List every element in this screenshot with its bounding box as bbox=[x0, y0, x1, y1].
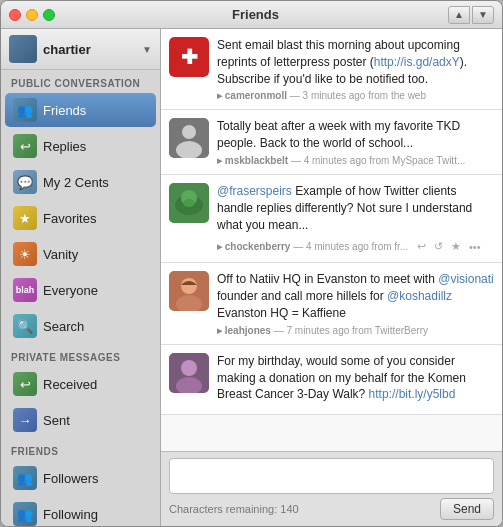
compose-input[interactable] bbox=[169, 458, 494, 494]
account-selector[interactable]: chartier ▼ bbox=[1, 29, 160, 70]
tweet-time: — 3 minutes ago from the web bbox=[290, 90, 426, 101]
more-button[interactable]: ••• bbox=[467, 240, 483, 254]
everyone-icon: blah bbox=[13, 278, 37, 302]
sidebar-item-search[interactable]: 🔍 Search bbox=[5, 309, 156, 343]
sidebar-item-everyone[interactable]: blah Everyone bbox=[5, 273, 156, 307]
avatar-svg bbox=[169, 271, 209, 311]
vanity-icon: ☀ bbox=[13, 242, 37, 266]
tweet-mention-2[interactable]: @koshadillz bbox=[387, 289, 452, 303]
window-title: Friends bbox=[63, 7, 448, 22]
account-name: chartier bbox=[43, 42, 142, 57]
avatar bbox=[169, 183, 209, 223]
tweet-username: ▸ chockenberry bbox=[217, 241, 290, 252]
tweet-text: Sent email blast this morning about upco… bbox=[217, 37, 494, 87]
retweet-button[interactable]: ↺ bbox=[432, 239, 445, 254]
table-row: For my birthday, would some of you consi… bbox=[161, 345, 502, 415]
tweet-text: Off to Natiiv HQ in Evanston to meet wit… bbox=[217, 271, 494, 321]
reply-button[interactable]: ↩ bbox=[415, 239, 428, 254]
compose-area: Characters remaining: 140 Send bbox=[161, 451, 502, 526]
tweet-meta: ▸ cameronmoll — 3 minutes ago from the w… bbox=[217, 90, 494, 101]
tweet-link[interactable]: http://is.gd/adxY bbox=[374, 55, 460, 69]
sidebar-item-favorites[interactable]: ★ Favorites bbox=[5, 201, 156, 235]
tweet-time: — 7 minutes ago from TwitterBerry bbox=[274, 325, 428, 336]
tweet-content: @fraserspeirs Example of how Twitter cli… bbox=[217, 183, 494, 254]
avatar-image bbox=[169, 353, 209, 393]
traffic-lights bbox=[9, 9, 55, 21]
sidebar-item-vanity[interactable]: ☀ Vanity bbox=[5, 237, 156, 271]
tweet-meta: ▸ chockenberry — 4 minutes ago from fr..… bbox=[217, 236, 494, 254]
sidebar-item-friends[interactable]: 👥 Friends bbox=[5, 93, 156, 127]
vanity-label: Vanity bbox=[43, 247, 78, 262]
minimize-button[interactable] bbox=[26, 9, 38, 21]
tweet-mention[interactable]: @fraserspeirs bbox=[217, 184, 292, 198]
avatar bbox=[169, 271, 209, 311]
nav-down-button[interactable]: ▼ bbox=[472, 6, 494, 24]
svg-point-1 bbox=[182, 125, 196, 139]
feed-list[interactable]: ✚ Sent email blast this morning about up… bbox=[161, 29, 502, 451]
tweet-content: For my birthday, would some of you consi… bbox=[217, 353, 494, 406]
avatar bbox=[169, 353, 209, 393]
search-label: Search bbox=[43, 319, 84, 334]
friends-label: Friends bbox=[43, 103, 86, 118]
main-window: Friends ▲ ▼ chartier ▼ PUBLIC CONVERSATI… bbox=[0, 0, 503, 527]
sent-icon: → bbox=[13, 408, 37, 432]
followers-icon: 👥 bbox=[13, 466, 37, 490]
table-row: @fraserspeirs Example of how Twitter cli… bbox=[161, 175, 502, 263]
my2cents-label: My 2 Cents bbox=[43, 175, 109, 190]
avatar-image: ✚ bbox=[169, 37, 209, 77]
titlebar-nav: ▲ ▼ bbox=[448, 6, 494, 24]
tweet-link[interactable]: http://bit.ly/y5lbd bbox=[369, 387, 456, 401]
tweet-text: Totally beat after a week with my favori… bbox=[217, 118, 494, 152]
avatar bbox=[9, 35, 37, 63]
tweet-username: ▸ mskblackbelt bbox=[217, 155, 288, 166]
following-label: Following bbox=[43, 507, 98, 522]
avatar-svg bbox=[169, 118, 209, 158]
avatar: ✚ bbox=[169, 37, 209, 77]
svg-point-6 bbox=[183, 199, 195, 207]
tweet-username: ▸ leahjones bbox=[217, 325, 271, 336]
main-content: chartier ▼ PUBLIC CONVERSATION 👥 Friends… bbox=[1, 29, 502, 526]
tweet-content: Totally beat after a week with my favori… bbox=[217, 118, 494, 166]
sent-label: Sent bbox=[43, 413, 70, 428]
sidebar-item-sent[interactable]: → Sent bbox=[5, 403, 156, 437]
tweet-meta: ▸ mskblackbelt — 4 minutes ago from MySp… bbox=[217, 155, 494, 166]
avatar-svg bbox=[169, 183, 209, 223]
avatar-svg bbox=[169, 353, 209, 393]
sidebar-item-received[interactable]: ↩ Received bbox=[5, 367, 156, 401]
feed-area: ✚ Sent email blast this morning about up… bbox=[161, 29, 502, 526]
tweet-time: — 4 minutes ago from fr... bbox=[293, 241, 408, 252]
tweet-content: Off to Natiiv HQ in Evanston to meet wit… bbox=[217, 271, 494, 335]
tweet-meta: ▸ leahjones — 7 minutes ago from Twitter… bbox=[217, 325, 494, 336]
replies-icon: ↩ bbox=[13, 134, 37, 158]
following-icon: 👥 bbox=[13, 502, 37, 526]
received-label: Received bbox=[43, 377, 97, 392]
received-icon: ↩ bbox=[13, 372, 37, 396]
titlebar: Friends ▲ ▼ bbox=[1, 1, 502, 29]
compose-bottom: Characters remaining: 140 Send bbox=[169, 498, 494, 520]
svg-point-8 bbox=[181, 278, 197, 294]
favorites-label: Favorites bbox=[43, 211, 96, 226]
send-button[interactable]: Send bbox=[440, 498, 494, 520]
table-row: ✚ Sent email blast this morning about up… bbox=[161, 29, 502, 110]
sidebar-item-my2cents[interactable]: 💬 My 2 Cents bbox=[5, 165, 156, 199]
account-avatar-image bbox=[9, 35, 37, 63]
everyone-label: Everyone bbox=[43, 283, 98, 298]
tweet-content: Sent email blast this morning about upco… bbox=[217, 37, 494, 101]
avatar-image bbox=[169, 183, 209, 223]
tweet-mention[interactable]: @visionati bbox=[438, 272, 494, 286]
sidebar-item-followers[interactable]: 👥 Followers bbox=[5, 461, 156, 495]
account-dropdown-arrow: ▼ bbox=[142, 44, 152, 55]
close-button[interactable] bbox=[9, 9, 21, 21]
star-button[interactable]: ★ bbox=[449, 239, 463, 254]
sidebar-item-replies[interactable]: ↩ Replies bbox=[5, 129, 156, 163]
maximize-button[interactable] bbox=[43, 9, 55, 21]
friends-icon: 👥 bbox=[13, 98, 37, 122]
replies-label: Replies bbox=[43, 139, 86, 154]
nav-up-button[interactable]: ▲ bbox=[448, 6, 470, 24]
sidebar-item-following[interactable]: 👥 Following bbox=[5, 497, 156, 526]
section-private-messages: PRIVATE MESSAGES bbox=[1, 344, 160, 366]
table-row: Off to Natiiv HQ in Evanston to meet wit… bbox=[161, 263, 502, 344]
svg-point-11 bbox=[181, 360, 197, 376]
char-count: Characters remaining: 140 bbox=[169, 503, 299, 515]
favorites-icon: ★ bbox=[13, 206, 37, 230]
